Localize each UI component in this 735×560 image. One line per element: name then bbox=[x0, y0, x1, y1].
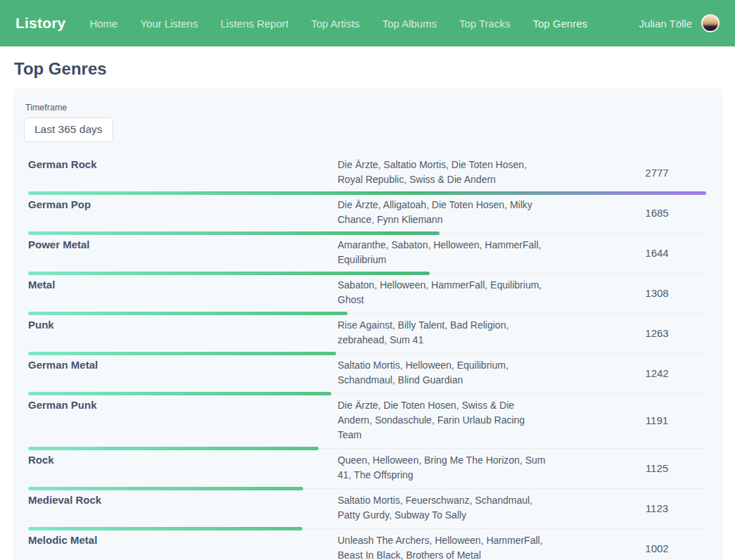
nav-item-top-genres[interactable]: Top Genres bbox=[532, 18, 587, 30]
page-content: Top Genres Timeframe Last 365 days Germa… bbox=[0, 59, 735, 560]
genre-row: PunkRise Against, Billy Talent, Bad Reli… bbox=[28, 314, 706, 354]
user-name[interactable]: Julian Tölle bbox=[639, 18, 692, 30]
genre-artists-text: Unleash The Archers, Helloween, HammerFa… bbox=[338, 533, 549, 560]
genre-count: 1308 bbox=[608, 287, 706, 299]
timeframe-select[interactable]: Last 365 days bbox=[24, 117, 113, 142]
genre-row: German PopDie Ärzte, Alligatoah, Die Tot… bbox=[28, 193, 706, 234]
genre-name: German Punk bbox=[28, 398, 338, 443]
top-navbar: Listory HomeYour ListensListens ReportTo… bbox=[0, 0, 735, 46]
genre-count: 1125 bbox=[608, 462, 706, 474]
nav-item-top-artists[interactable]: Top Artists bbox=[311, 18, 359, 30]
genre-name: German Rock bbox=[28, 158, 338, 187]
genre-count: 1242 bbox=[608, 367, 706, 379]
genre-artists: Saltatio Mortis, Helloween, Equilibrium,… bbox=[338, 358, 608, 388]
genre-artists-text: Die Ärzte, Alligatoah, Die Toten Hosen, … bbox=[338, 198, 549, 227]
genre-artists-text: Queen, Helloween, Bring Me The Horizon, … bbox=[338, 453, 549, 483]
genre-artists: Queen, Helloween, Bring Me The Horizon, … bbox=[338, 453, 608, 483]
genre-artists-text: Saltatio Mortis, Feuerschwanz, Schandmau… bbox=[338, 493, 549, 523]
genre-artists-text: Die Ärzte, Die Toten Hosen, Swiss & Die … bbox=[338, 398, 549, 443]
genre-count: 1644 bbox=[608, 247, 706, 259]
genre-artists: Unleash The Archers, Helloween, HammerFa… bbox=[338, 533, 608, 560]
genre-row: Melodic MetalUnleash The Archers, Hellow… bbox=[28, 529, 706, 560]
genre-artists-text: Amaranthe, Sabaton, Helloween, HammerFal… bbox=[338, 238, 549, 267]
genre-name: Metal bbox=[28, 278, 338, 307]
nav-item-listens-report[interactable]: Listens Report bbox=[220, 18, 288, 30]
genre-name: German Pop bbox=[28, 198, 338, 227]
genre-row: German MetalSaltatio Mortis, Helloween, … bbox=[28, 354, 706, 394]
genre-count: 1263 bbox=[608, 327, 706, 339]
genre-artists: Saltatio Mortis, Feuerschwanz, Schandmau… bbox=[338, 493, 608, 523]
genre-artists-text: Saltatio Mortis, Helloween, Equilibrium,… bbox=[338, 358, 549, 388]
genre-artists-text: Rise Against, Billy Talent, Bad Religion… bbox=[338, 318, 549, 348]
genre-artists: Die Ärzte, Alligatoah, Die Toten Hosen, … bbox=[338, 198, 608, 227]
genre-row: Medieval RockSaltatio Mortis, Feuerschwa… bbox=[28, 489, 706, 529]
genre-count: 1191 bbox=[608, 414, 706, 426]
nav-item-top-tracks[interactable]: Top Tracks bbox=[459, 18, 511, 30]
genre-name: Punk bbox=[28, 318, 338, 348]
genre-name: Medieval Rock bbox=[28, 493, 338, 523]
genre-artists-text: Sabaton, Helloween, HammerFall, Equilibr… bbox=[338, 278, 549, 307]
genre-name: Melodic Metal bbox=[28, 533, 338, 560]
nav-item-your-listens[interactable]: Your Listens bbox=[140, 18, 198, 30]
nav-links: HomeYour ListensListens ReportTop Artist… bbox=[89, 18, 639, 30]
genre-artists: Die Ärzte, Die Toten Hosen, Swiss & Die … bbox=[338, 398, 608, 443]
genres-card: Timeframe Last 365 days German RockDie Ä… bbox=[13, 88, 723, 560]
genre-artists: Rise Against, Billy Talent, Bad Religion… bbox=[338, 318, 608, 348]
genre-count: 2777 bbox=[608, 167, 706, 179]
genre-artists: Sabaton, Helloween, HammerFall, Equilibr… bbox=[338, 278, 608, 307]
user-avatar[interactable] bbox=[701, 14, 720, 32]
genre-count: 1123 bbox=[608, 502, 706, 514]
genre-row: Power MetalAmaranthe, Sabaton, Helloween… bbox=[28, 234, 706, 274]
genre-count: 1685 bbox=[608, 207, 706, 219]
user-menu: Julian Tölle bbox=[639, 14, 720, 32]
genre-artists: Amaranthe, Sabaton, Helloween, HammerFal… bbox=[338, 238, 608, 267]
nav-item-top-albums[interactable]: Top Albums bbox=[382, 18, 437, 30]
page-title: Top Genres bbox=[14, 59, 722, 79]
genre-artists: Die Ärzte, Saltatio Mortis, Die Toten Ho… bbox=[338, 158, 608, 187]
genre-row: RockQueen, Helloween, Bring Me The Horiz… bbox=[28, 449, 706, 489]
genre-artists-text: Die Ärzte, Saltatio Mortis, Die Toten Ho… bbox=[338, 158, 549, 187]
genre-name: Power Metal bbox=[28, 238, 338, 267]
genre-row: German RockDie Ärzte, Saltatio Mortis, D… bbox=[28, 153, 706, 193]
genre-count: 1002 bbox=[608, 542, 706, 554]
genre-name: German Metal bbox=[28, 358, 338, 388]
genre-name: Rock bbox=[28, 453, 338, 483]
genre-row: German PunkDie Ärzte, Die Toten Hosen, S… bbox=[28, 394, 706, 449]
genre-row: MetalSabaton, Helloween, HammerFall, Equ… bbox=[28, 274, 706, 314]
timeframe-label: Timeframe bbox=[25, 103, 712, 113]
nav-item-home[interactable]: Home bbox=[89, 18, 117, 30]
genres-table: German RockDie Ärzte, Saltatio Mortis, D… bbox=[28, 153, 706, 560]
app-logo[interactable]: Listory bbox=[15, 15, 65, 32]
